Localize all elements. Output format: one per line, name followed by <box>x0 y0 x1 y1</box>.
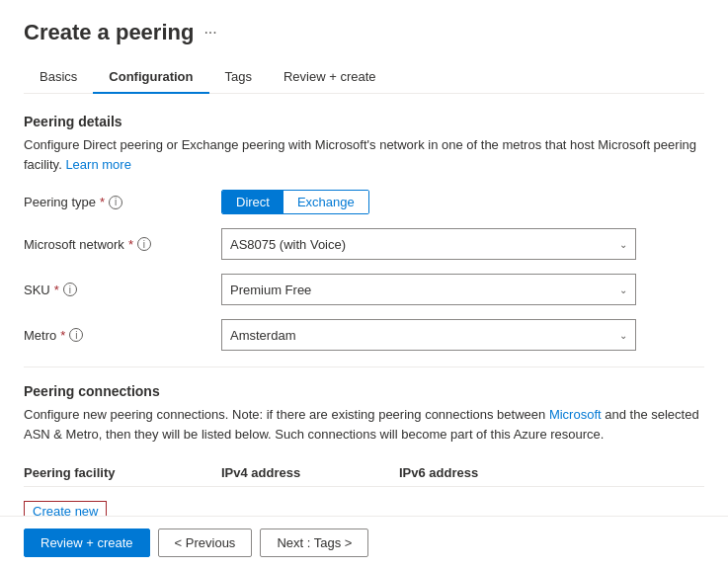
section-divider <box>24 366 704 367</box>
microsoft-link[interactable]: Microsoft <box>549 407 602 422</box>
sku-select[interactable]: Premium Free ⌄ <box>221 274 636 305</box>
metro-info-icon[interactable]: i <box>69 328 83 342</box>
page-title: Create a peering <box>24 20 194 45</box>
sku-info-icon[interactable]: i <box>63 283 77 296</box>
microsoft-network-value: AS8075 (with Voice) <box>230 237 346 252</box>
col-facility-header: Peering facility <box>24 465 221 480</box>
ellipsis-icon[interactable]: ··· <box>203 24 216 41</box>
toggle-direct[interactable]: Direct <box>222 191 283 213</box>
col-ipv4-header: IPv4 address <box>221 465 399 480</box>
metro-label: Metro * i <box>24 328 221 343</box>
chevron-down-icon-metro: ⌄ <box>619 330 627 341</box>
chevron-down-icon-sku: ⌄ <box>619 284 627 295</box>
peering-connections-title: Peering connections <box>24 383 704 399</box>
col-ipv6-header: IPv6 address <box>399 465 577 480</box>
peering-details-title: Peering details <box>24 114 704 129</box>
sku-value: Premium Free <box>230 283 311 297</box>
required-star-sku: * <box>54 283 59 297</box>
toggle-exchange[interactable]: Exchange <box>283 191 368 213</box>
metro-value: Amsterdam <box>230 328 295 343</box>
peering-type-label: Peering type * i <box>24 195 221 209</box>
microsoft-network-info-icon[interactable]: i <box>137 237 151 251</box>
footer: Review + create < Previous Next : Tags > <box>0 516 728 569</box>
connections-table-header: Peering facility IPv4 address IPv6 addre… <box>24 459 704 487</box>
review-create-button[interactable]: Review + create <box>24 528 150 557</box>
peering-details-description: Configure Direct peering or Exchange pee… <box>24 135 704 174</box>
peering-type-toggle: Direct Exchange <box>221 190 636 214</box>
tab-review-create[interactable]: Review + create <box>268 61 392 94</box>
microsoft-network-select[interactable]: AS8075 (with Voice) ⌄ <box>221 228 636 260</box>
previous-button[interactable]: < Previous <box>158 528 253 557</box>
tab-tags[interactable]: Tags <box>209 61 268 94</box>
chevron-down-icon: ⌄ <box>619 239 627 250</box>
required-star-network: * <box>128 237 133 252</box>
tab-basics[interactable]: Basics <box>24 61 93 94</box>
metro-select[interactable]: Amsterdam ⌄ <box>221 319 636 351</box>
learn-more-link[interactable]: Learn more <box>65 157 130 172</box>
microsoft-network-label: Microsoft network * i <box>24 237 221 252</box>
sku-label: SKU * i <box>24 283 221 297</box>
peering-connections-description: Configure new peering connections. Note:… <box>24 405 704 444</box>
peering-type-info-icon[interactable]: i <box>109 196 122 209</box>
required-star-metro: * <box>60 328 65 343</box>
required-star: * <box>100 195 105 209</box>
tab-configuration[interactable]: Configuration <box>93 61 208 94</box>
tabs-nav: Basics Configuration Tags Review + creat… <box>24 61 704 94</box>
next-button[interactable]: Next : Tags > <box>260 528 368 557</box>
